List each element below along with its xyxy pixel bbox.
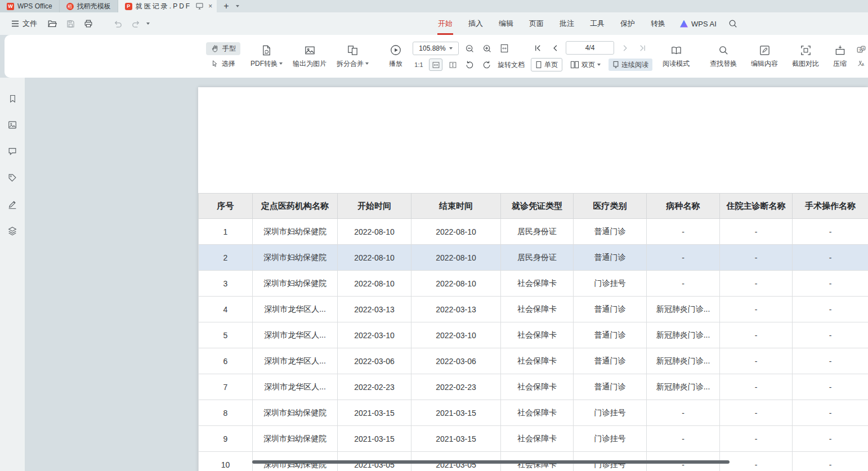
menu-tab-insert[interactable]: 插入 bbox=[460, 12, 491, 35]
continuous-read-button[interactable]: 连续阅读 bbox=[609, 59, 652, 71]
attachment-tag-icon[interactable] bbox=[5, 171, 20, 185]
thumbnail-icon[interactable] bbox=[5, 118, 20, 132]
split-merge-button[interactable]: 拆分合并 bbox=[333, 43, 373, 70]
comment-icon[interactable] bbox=[5, 144, 20, 159]
hand-tool-label: 手型 bbox=[222, 44, 236, 53]
wps-logo-icon: W bbox=[7, 3, 14, 10]
menu-tab-page[interactable]: 页面 bbox=[521, 12, 552, 35]
play-icon bbox=[390, 44, 402, 56]
page-number-input[interactable]: 4/4 bbox=[566, 41, 614, 55]
signature-icon[interactable] bbox=[5, 197, 20, 212]
menu-tab-edit[interactable]: 编辑 bbox=[491, 12, 521, 35]
zoom-level-select[interactable]: 105.88% bbox=[413, 42, 459, 55]
table-cell: 2022-02-23 bbox=[338, 374, 411, 400]
table-cell: - bbox=[720, 400, 793, 426]
double-page-button[interactable]: 双页 bbox=[566, 59, 605, 71]
table-cell: 6 bbox=[199, 348, 253, 374]
table-cell: 2022-08-10 bbox=[338, 219, 411, 245]
table-cell: 新冠肺炎门诊... bbox=[647, 374, 720, 400]
table-cell: 社会保障卡 bbox=[501, 297, 574, 322]
fit-height-button[interactable] bbox=[446, 59, 459, 70]
save-icon[interactable] bbox=[63, 16, 78, 31]
monitor-icon[interactable] bbox=[195, 2, 204, 10]
previous-page-button[interactable] bbox=[548, 42, 562, 54]
wps-ai-icon bbox=[680, 20, 688, 28]
print-icon[interactable] bbox=[81, 16, 96, 31]
file-menu-button[interactable]: 文件 bbox=[7, 16, 42, 32]
layers-icon[interactable] bbox=[5, 223, 20, 238]
select-tool-button[interactable]: 选择 bbox=[206, 57, 240, 70]
find-replace-button[interactable]: 查找替换 bbox=[706, 43, 741, 70]
table-cell: - bbox=[720, 348, 793, 374]
hand-tool-button[interactable]: 手型 bbox=[206, 42, 240, 55]
tab-docer-templates[interactable]: 稻 找稻壳模板 bbox=[60, 0, 118, 12]
table-cell: 2022-08-10 bbox=[338, 271, 411, 297]
redo-icon[interactable] bbox=[128, 16, 143, 31]
column-header: 医疗类别 bbox=[574, 194, 647, 219]
table-cell: - bbox=[720, 322, 793, 348]
pdf-convert-button[interactable]: PDF转换 bbox=[247, 43, 287, 70]
tab-wps-office[interactable]: W WPS Office bbox=[0, 0, 60, 12]
menu-tab-comment[interactable]: 批注 bbox=[552, 12, 582, 35]
play-label: 播放 bbox=[389, 59, 402, 69]
menu-tab-tools[interactable]: 工具 bbox=[582, 12, 612, 35]
search-icon[interactable] bbox=[726, 16, 740, 31]
table-cell: 社会保障卡 bbox=[501, 322, 574, 348]
table-cell: 10 bbox=[199, 452, 253, 471]
tab-list-chevron-icon[interactable] bbox=[236, 5, 239, 7]
full-text-translate-button[interactable]: 文A 全文翻译 bbox=[857, 45, 868, 55]
fit-page-button[interactable] bbox=[498, 42, 511, 55]
tab-close-icon[interactable]: × bbox=[208, 3, 212, 10]
read-mode-button[interactable]: 阅读模式 bbox=[659, 43, 693, 70]
menu-tab-protect[interactable]: 保护 bbox=[612, 12, 643, 35]
actual-size-button[interactable]: 1:1 bbox=[413, 59, 425, 70]
screenshot-compare-button[interactable]: 截图对比 bbox=[788, 43, 823, 70]
table-cell: 2022-03-06 bbox=[411, 348, 501, 374]
table-cell: 社会保障卡 bbox=[501, 348, 574, 374]
undo-history-chevron-icon[interactable] bbox=[146, 23, 150, 25]
fit-width-button[interactable] bbox=[429, 59, 442, 71]
tab-medical-record-pdf[interactable]: P 就医记录.PDF × bbox=[118, 0, 217, 12]
find-replace-icon bbox=[718, 44, 730, 56]
table-cell: 深圳市妇幼保健院 bbox=[253, 426, 338, 452]
rotate-left-icon[interactable] bbox=[463, 59, 476, 71]
zoom-out-button[interactable] bbox=[463, 42, 476, 55]
menubar: 文件 开始 插入 编辑 页面 批注 bbox=[0, 12, 868, 35]
first-page-button[interactable] bbox=[531, 42, 544, 54]
word-translate-button[interactable]: A 划词翻译 bbox=[857, 58, 868, 68]
export-image-label: 输出为图片 bbox=[293, 59, 326, 69]
table-cell: 深圳市妇幼保健院 bbox=[253, 219, 338, 245]
table-cell: - bbox=[720, 297, 793, 322]
split-merge-label: 拆分合并 bbox=[337, 59, 364, 69]
table-cell: - bbox=[720, 245, 793, 271]
open-file-icon[interactable] bbox=[45, 16, 60, 31]
rotate-right-icon[interactable] bbox=[480, 59, 494, 71]
table-row: 8深圳市妇幼保健院2021-03-152021-03-15社会保障卡门诊挂号--… bbox=[199, 400, 868, 426]
export-image-button[interactable]: 输出为图片 bbox=[289, 43, 330, 70]
table-cell: 新冠肺炎门诊... bbox=[647, 297, 720, 322]
menu-tab-home[interactable]: 开始 bbox=[430, 12, 460, 35]
table-cell: 深圳市龙华区人... bbox=[253, 374, 338, 400]
export-image-icon bbox=[304, 44, 316, 56]
last-page-button[interactable] bbox=[636, 42, 649, 54]
cursor-icon bbox=[211, 60, 219, 68]
zoom-in-button[interactable] bbox=[480, 42, 494, 55]
left-panel-strip bbox=[0, 78, 25, 471]
table-cell: 新冠肺炎门诊... bbox=[647, 348, 720, 374]
translate-icon: 文A bbox=[857, 46, 866, 55]
horizontal-scrollbar-thumb[interactable] bbox=[252, 460, 730, 464]
edit-content-button[interactable]: 编辑内容 bbox=[747, 43, 782, 70]
table-cell: 门诊挂号 bbox=[574, 400, 647, 426]
rotate-doc-button[interactable]: 旋转文档 bbox=[498, 60, 525, 70]
single-page-button[interactable]: 单页 bbox=[531, 58, 562, 71]
undo-icon[interactable] bbox=[110, 16, 125, 31]
table-cell: 2022-08-10 bbox=[338, 245, 411, 271]
table-row: 1深圳市妇幼保健院2022-08-102022-08-10居民身份证普通门诊--… bbox=[199, 219, 868, 245]
compress-button[interactable]: 压缩 bbox=[829, 43, 851, 70]
next-page-button[interactable] bbox=[618, 42, 632, 54]
play-button[interactable]: 播放 bbox=[385, 42, 406, 70]
menu-tab-wps-ai[interactable]: WPS AI bbox=[673, 12, 723, 35]
new-tab-button[interactable]: + bbox=[223, 2, 229, 11]
bookmark-icon[interactable] bbox=[5, 91, 20, 106]
menu-tab-convert[interactable]: 转换 bbox=[643, 12, 673, 35]
